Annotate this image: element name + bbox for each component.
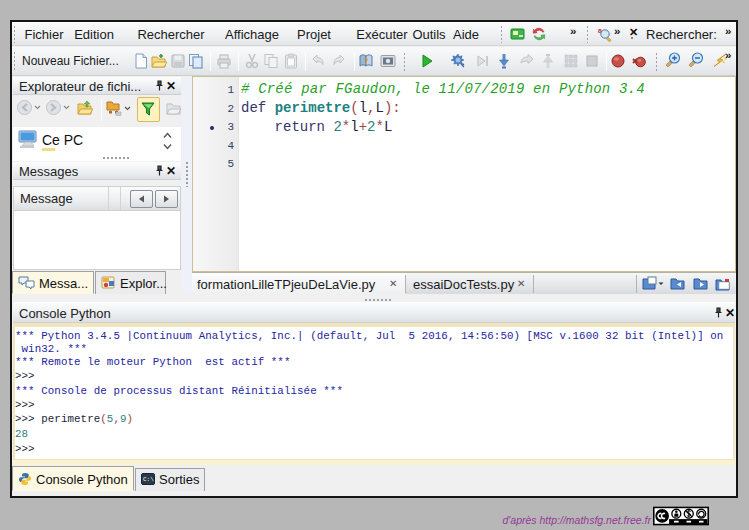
svg-text:?: ?	[364, 56, 369, 66]
svg-text:C:\: C:\	[143, 476, 154, 483]
